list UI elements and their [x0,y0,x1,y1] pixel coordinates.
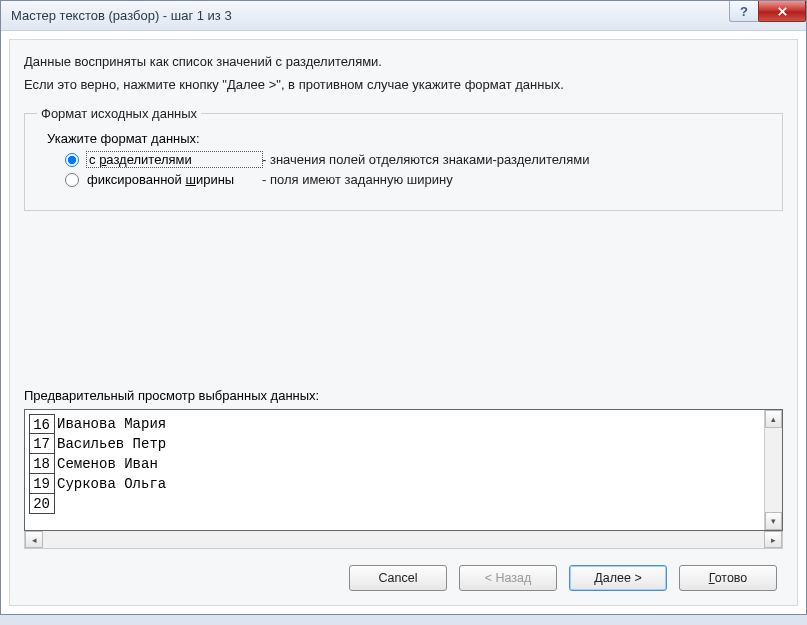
preview-row: 18 Семенов Иван [29,454,760,474]
vertical-scrollbar[interactable]: ▴ ▾ [764,410,782,530]
radio-fixed[interactable]: фиксированной ширины - поля имеют заданн… [65,172,770,187]
client-area: Данные восприняты как список значений с … [1,31,806,614]
scroll-right-button[interactable]: ▸ [764,531,782,548]
content-panel: Данные восприняты как список значений с … [9,39,798,606]
preview-row: 20 [29,494,760,514]
radio-fixed-desc: - поля имеют заданную ширину [262,172,453,187]
info-text-1: Данные восприняты как список значений с … [24,54,783,69]
preview-box: 16 Иванова Мария 17 Васильев Петр 18 Сем… [24,409,783,531]
preview-row: 19 Суркова Ольга [29,474,760,494]
next-button[interactable]: Далее > [569,565,667,591]
preview-text: Васильев Петр [55,434,166,454]
radio-fixed-input[interactable] [65,173,79,187]
titlebar-controls: ? [730,1,806,23]
preview-linenum: 16 [29,414,55,434]
help-button[interactable]: ? [729,1,759,22]
preview-linenum: 20 [29,494,55,514]
cancel-button[interactable]: Cancel [349,565,447,591]
preview-text: Иванова Мария [55,414,166,434]
close-icon [777,6,788,17]
preview-text: Семенов Иван [55,454,158,474]
format-groupbox: Формат исходных данных Укажите формат да… [24,106,783,211]
preview-row: 16 Иванова Мария [29,414,760,434]
preview-row: 17 Васильев Петр [29,434,760,454]
preview-text: Суркова Ольга [55,474,166,494]
preview-content[interactable]: 16 Иванова Мария 17 Васильев Петр 18 Сем… [25,410,764,530]
radio-delimited-label: с разделителями [87,152,262,167]
preview-label: Предварительный просмотр выбранных данны… [24,388,783,403]
radio-delimited[interactable]: с разделителями - значения полей отделяю… [65,152,770,167]
horizontal-scrollbar[interactable]: ◂ ▸ [24,531,783,549]
preview-linenum: 19 [29,474,55,494]
button-bar: Cancel < Назад Далее > Готово [24,553,783,595]
radio-delimited-desc: - значения полей отделяются знаками-разд… [262,152,589,167]
spacer [24,211,783,382]
scroll-down-button[interactable]: ▾ [765,512,782,530]
preview-linenum: 17 [29,434,55,454]
dialog-window: Мастер текстов (разбор) - шаг 1 из 3 ? Д… [0,0,807,615]
titlebar[interactable]: Мастер текстов (разбор) - шаг 1 из 3 ? [1,1,806,31]
preview-linenum: 18 [29,454,55,474]
back-button[interactable]: < Назад [459,565,557,591]
format-legend: Формат исходных данных [37,106,201,121]
close-button[interactable] [758,1,806,22]
preview-text [55,494,57,514]
info-text-2: Если это верно, нажмите кнопку "Далее >"… [24,77,783,92]
scroll-left-button[interactable]: ◂ [25,531,43,548]
radio-fixed-label: фиксированной ширины [87,172,262,187]
format-prompt: Укажите формат данных: [47,131,770,146]
window-title: Мастер текстов (разбор) - шаг 1 из 3 [11,8,232,23]
scroll-up-button[interactable]: ▴ [765,410,782,428]
radio-delimited-input[interactable] [65,153,79,167]
finish-button[interactable]: Готово [679,565,777,591]
